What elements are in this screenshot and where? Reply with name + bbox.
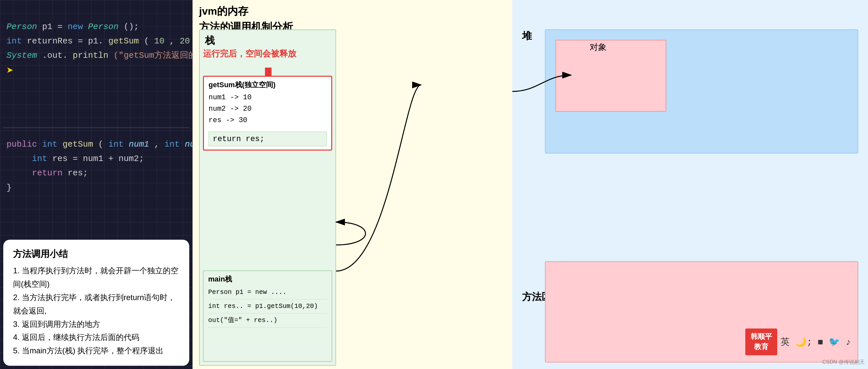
divider	[3, 127, 189, 128]
main-stack-line-1: Person p1 = new ....	[208, 287, 327, 300]
summary-item-4: 4. 返回后，继续执行方法后面的代码	[13, 331, 180, 344]
summary-item-2: 2. 当方法执行完毕，或者执行到return语句时，就会返回,	[13, 291, 180, 318]
code-line-1: Person p1 = new Person ();	[6, 20, 186, 34]
method-body-2: return res;	[6, 166, 186, 180]
main-stack-label: main栈	[208, 274, 327, 284]
getsum-num2: num2 -> 20	[209, 103, 327, 115]
method-close: }	[6, 180, 186, 195]
arrow-indicator: ➤	[6, 64, 14, 78]
object-box	[555, 40, 666, 112]
main-stack-line-2: int res.. = p1.getSum(10,20)	[208, 301, 327, 313]
getsum-stack-frame: getSum栈(独立空间) num1 -> 10 num2 -> 20 res …	[203, 76, 332, 150]
right-panel: 堆 对象 方法区 韩顺平 教育 英 🌙; ■ 🐦 ♪ CSDN @传说副天	[512, 0, 868, 369]
summary-item-1: 1. 当程序执行到方法时，就会开辟一个独立的空间(栈空间)	[13, 264, 180, 291]
heap-label: 堆	[522, 29, 532, 43]
method-body-1: int res = num1 + num2;	[6, 151, 186, 166]
getsum-num1: num1 -> 10	[209, 92, 327, 103]
getsum-res: res -> 30	[209, 115, 327, 126]
main-stack-line-3: out("值=" + res..)	[208, 315, 327, 328]
method-signature: public int getSum ( int num1 , int num2 …	[6, 137, 186, 151]
summary-item-5: 5. 当main方法(栈) 执行完毕，整个程序退出	[13, 344, 180, 358]
watermark: CSDN @传说副天	[822, 359, 865, 366]
stack-area: 栈 运行完后，空间会被释放 getSum栈(独立空间) num1 -> 10 n…	[199, 29, 336, 366]
summary-title: 方法调用小结	[13, 248, 180, 260]
object-label: 对象	[590, 41, 607, 53]
return-res-text: return res;	[213, 135, 264, 143]
code-bottom: public int getSum ( int num1 , int num2 …	[6, 137, 186, 195]
middle-panel: jvm的内存 方法的调用机制分析 栈 运行完后，空间会被释放 getSum栈(独…	[192, 0, 512, 369]
summary-box: 方法调用小结 1. 当程序执行到方法时，就会开辟一个独立的空间(栈空间) 2. …	[3, 240, 189, 366]
method-area-box: 韩顺平 教育 英 🌙; ■ 🐦 ♪	[545, 261, 858, 363]
left-panel: Person p1 = new Person (); int returnRes…	[0, 0, 192, 369]
teacher-badge-icons: 英 🌙; ■ 🐦 ♪	[780, 336, 851, 348]
teacher-badge: 韩顺平 教育 英 🌙; ■ 🐦 ♪	[745, 329, 851, 355]
code-line-3: System .out. println ("getSum方法返回的值="	[6, 48, 186, 63]
summary-item-3: 3. 返回到调用方法的地方	[13, 318, 180, 331]
release-text: 运行完后，空间会被释放	[203, 48, 332, 59]
main-stack-frame: main栈 Person p1 = new .... int res.. = p…	[203, 271, 332, 362]
heap-box: 对象	[545, 29, 858, 153]
return-res-box: return res;	[209, 132, 327, 146]
code-line-2: int returnRes = p1. getSum ( 10 , 20 );	[6, 34, 186, 48]
code-top: Person p1 = new Person (); int returnRes…	[6, 20, 186, 63]
teacher-badge-text: 韩顺平 教育	[745, 329, 777, 355]
getsum-stack-title: getSum栈(独立空间)	[209, 80, 327, 90]
